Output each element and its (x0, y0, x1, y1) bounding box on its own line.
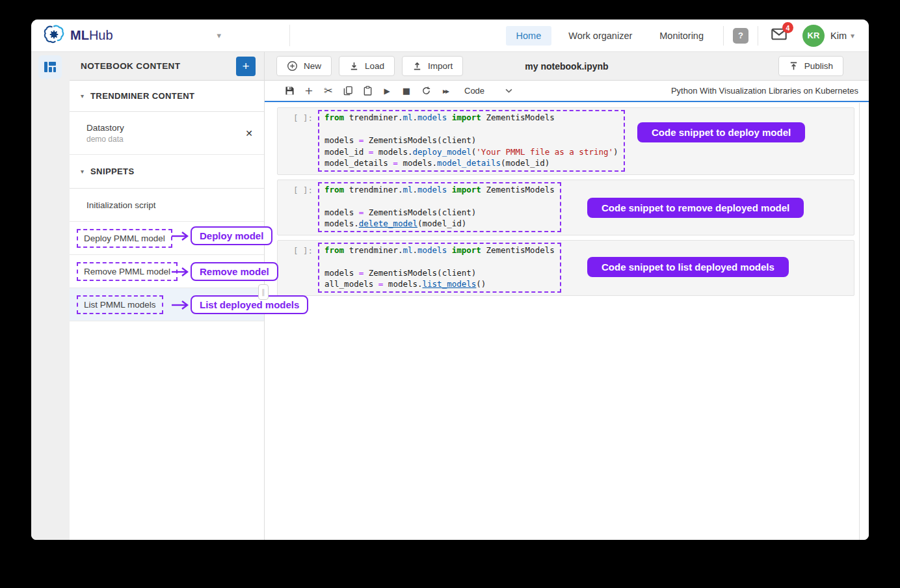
copy-icon[interactable] (338, 86, 358, 96)
brand-name: MLHub (70, 28, 113, 43)
sidebar: NOTEBOOK CONTENT + ▾ TRENDMINER CONTENT … (70, 52, 265, 540)
chevron-down-icon[interactable]: ▾ (217, 31, 222, 40)
mlhub-brain-icon (43, 25, 65, 47)
layout-panel-icon[interactable] (38, 55, 62, 79)
save-icon[interactable] (280, 86, 299, 96)
code-cell-remove[interactable]: [ ]: from trendminer.ml.models import Ze… (277, 180, 854, 235)
publish-icon (789, 61, 799, 71)
annotation-label-remove: Code snippet to remove deployed model (587, 198, 804, 218)
add-content-button[interactable]: + (236, 57, 256, 76)
run-icon[interactable]: ▶ (377, 87, 397, 96)
code-cell-deploy[interactable]: [ ]: from trendminer.ml.models import Ze… (277, 107, 854, 175)
cell-type-dropdown[interactable]: Code (464, 86, 512, 96)
sidebar-header: NOTEBOOK CONTENT + (70, 52, 264, 81)
annotation-dashed-outline: from trendminer.ml.models import Zementi… (318, 182, 561, 232)
help-icon[interactable]: ? (733, 28, 748, 44)
notebook-cells-area: [ ]: from trendminer.ml.models import Ze… (265, 102, 869, 540)
code-cell-list[interactable]: [ ]: from trendminer.ml.models import Ze… (277, 240, 854, 296)
snippet-list-pmml-models[interactable]: List PMML models (70, 288, 264, 321)
brand-logo[interactable]: MLHub (31, 25, 113, 47)
stop-icon[interactable]: ■ (397, 86, 416, 96)
annotation-label-deploy: Code snippet to deploy model (637, 122, 805, 142)
load-notebook-button[interactable]: Load (339, 56, 395, 76)
snippet-initialization-script[interactable]: Initialization script (70, 189, 264, 222)
mail-icon[interactable]: 4 (771, 28, 787, 43)
publish-button[interactable]: Publish (778, 56, 843, 76)
section-snippets[interactable]: ▾ SNIPPETS (70, 155, 264, 189)
annotation-dashed-outline: from trendminer.ml.models import Zementi… (318, 243, 561, 293)
sidebar-title: NOTEBOOK CONTENT (81, 61, 180, 71)
fast-forward-icon[interactable]: ▸▸ (436, 87, 455, 96)
download-icon (349, 61, 359, 71)
nav-work-organizer[interactable]: Work organizer (558, 26, 642, 46)
topbar-right: Home Work organizer Monitoring ? 4 KR Ki… (506, 25, 869, 47)
datastory-item[interactable]: Datastory demo data ✕ (70, 112, 264, 155)
notebook-cell-toolbar: + ✂ ▶ ■ ▸▸ Code Python With Visual (265, 81, 869, 102)
upload-icon (412, 61, 422, 71)
app-window: MLHub ▾ Home Work organizer Monitoring ?… (31, 20, 869, 540)
datastory-title: Datastory (86, 123, 124, 133)
cell-prompt: [ ]: (278, 182, 318, 196)
datastory-subtitle: demo data (86, 135, 124, 144)
chevron-down-icon[interactable]: ▾ (851, 31, 854, 40)
user-name[interactable]: Kim (830, 31, 847, 41)
notebook-file-toolbar: New Load Import my notebook.ipynb Publis… (265, 52, 869, 81)
top-bar: MLHub ▾ Home Work organizer Monitoring ?… (31, 20, 869, 52)
nav-monitoring[interactable]: Monitoring (649, 26, 714, 46)
section-trendminer-content[interactable]: ▾ TRENDMINER CONTENT (70, 81, 264, 112)
cell-prompt: [ ]: (278, 110, 318, 124)
restart-kernel-icon[interactable] (416, 86, 436, 96)
snippet-remove-pmml-model[interactable]: Remove PMML model (70, 255, 264, 288)
snippet-deploy-pmml-model[interactable]: Deploy PMML model (70, 222, 264, 255)
divider (758, 26, 758, 46)
close-icon[interactable]: ✕ (245, 128, 253, 139)
topbar-divider (289, 25, 290, 46)
import-notebook-button[interactable]: Import (402, 56, 463, 76)
annotation-dashed-outline: Remove PMML model (77, 262, 178, 281)
add-cell-icon[interactable]: + (299, 85, 319, 97)
kernel-name[interactable]: Python With Visualization Libraries on K… (671, 86, 858, 96)
chevron-down-icon: ▾ (81, 92, 84, 100)
divider (723, 26, 724, 46)
annotation-dashed-outline: List PMML models (77, 295, 163, 314)
annotation-dashed-outline: Deploy PMML model (77, 229, 172, 248)
left-icon-strip (31, 52, 70, 540)
cell-prompt: [ ]: (278, 243, 318, 257)
paste-icon[interactable] (358, 86, 377, 96)
chevron-down-icon (505, 88, 512, 93)
avatar[interactable]: KR (802, 25, 825, 47)
chevron-down-icon: ▾ (81, 168, 84, 175)
annotation-label-list: Code snippet to list deployed models (587, 257, 789, 277)
notification-badge: 4 (782, 22, 793, 33)
new-notebook-button[interactable]: New (276, 56, 332, 76)
panel-resize-handle[interactable]: ∥ (258, 284, 269, 300)
annotation-dashed-outline: from trendminer.ml.models import Zementi… (318, 110, 625, 172)
nav-home[interactable]: Home (506, 26, 552, 46)
plus-circle-icon (287, 60, 298, 72)
scrollbar-track[interactable] (859, 103, 860, 540)
main-area: New Load Import my notebook.ipynb Publis… (265, 52, 869, 540)
cut-icon[interactable]: ✂ (319, 85, 338, 97)
